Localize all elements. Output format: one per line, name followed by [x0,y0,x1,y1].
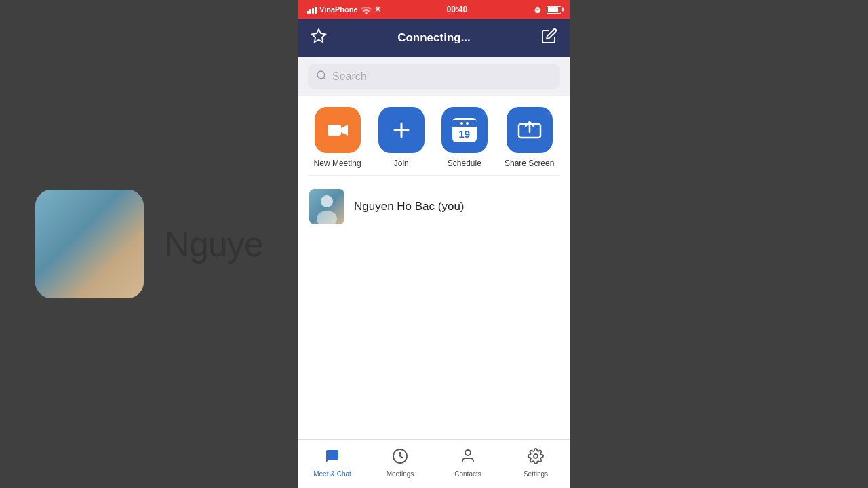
user-list: Nguyen Ho Bac (you) [298,176,570,439]
nav-meetings[interactable]: Meetings [366,448,434,481]
nav-meet-chat[interactable]: Meet & Chat [298,448,366,481]
new-meeting-button[interactable]: New Meeting [314,107,361,168]
background-avatar [35,190,144,298]
alarm-icon: ⏰ [533,5,542,14]
compose-button[interactable] [541,28,557,48]
loading-icon: ✳ [374,5,381,14]
signal-icon [307,5,317,14]
background-name: Nguye [164,224,262,264]
join-label: Join [394,159,409,168]
status-left: VinaPhone ✳ [307,5,381,14]
schedule-label: Schedule [448,159,481,168]
nav-meet-chat-label: Meet & Chat [313,470,351,478]
avatar [309,189,344,224]
actions-grid: New Meeting Join [298,96,570,175]
svg-point-11 [321,195,333,207]
wifi-icon [361,5,372,14]
svg-line-2 [323,77,326,79]
join-button[interactable]: Join [378,107,425,168]
gear-icon [528,448,544,468]
svg-point-14 [465,450,471,455]
schedule-icon-wrap: 19 [441,107,488,153]
calendar-icon: 19 [452,118,477,142]
status-right: ⏰ [533,5,561,14]
status-time: 00:40 [446,5,467,14]
share-screen-button[interactable]: Share Screen [505,107,554,168]
bottom-nav: Meet & Chat Meetings Contacts [298,439,570,488]
person-icon [460,448,476,468]
clock-icon [392,448,408,468]
nav-contacts-label: Contacts [454,470,481,478]
header-title: Connecting... [397,31,471,45]
new-meeting-label: New Meeting [314,159,361,168]
video-camera-icon [326,122,349,138]
share-screen-icon [517,120,542,140]
nav-contacts[interactable]: Contacts [434,448,502,481]
search-placeholder: Search [332,70,367,83]
svg-point-6 [460,122,463,125]
nav-settings[interactable]: Settings [502,448,570,481]
svg-marker-0 [312,29,326,42]
star-button[interactable] [311,28,327,48]
search-bar[interactable]: Search [308,64,560,89]
user-name: Nguyen Ho Bac (you) [354,200,465,214]
background-left: Nguye [0,0,298,488]
chat-bubble-icon [324,448,340,468]
svg-point-15 [534,454,538,458]
schedule-button[interactable]: 19 Schedule [441,107,488,168]
plus-icon [391,119,412,141]
app-header: Connecting... [298,19,570,57]
svg-point-7 [466,122,469,125]
user-item[interactable]: Nguyen Ho Bac (you) [298,184,570,230]
join-icon-wrap [378,107,425,153]
share-screen-icon-wrap [507,107,553,153]
nav-settings-label: Settings [524,470,548,478]
search-container: Search [298,57,570,96]
new-meeting-icon-wrap [315,107,361,153]
phone-frame: VinaPhone ✳ 00:40 ⏰ Connecting... [298,0,570,488]
carrier-name: VinaPhone [319,5,358,14]
svg-rect-3 [328,125,341,136]
nav-meetings-label: Meetings [387,470,414,478]
search-icon [316,70,327,83]
status-bar: VinaPhone ✳ 00:40 ⏰ [298,0,570,19]
share-screen-label: Share Screen [505,159,554,168]
battery-icon [547,6,561,14]
svg-point-1 [317,71,325,79]
